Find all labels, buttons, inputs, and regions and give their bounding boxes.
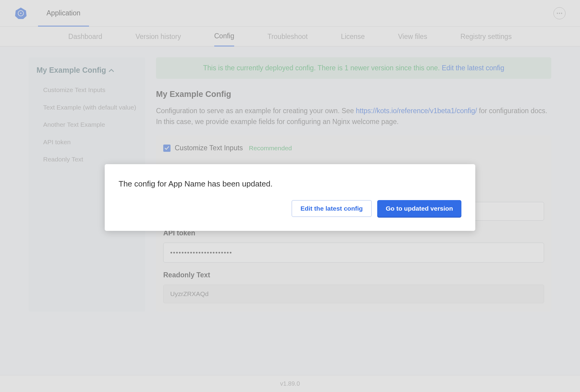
go-to-updated-version-button[interactable]: Go to updated version: [377, 200, 461, 217]
config-updated-modal: The config for App Name has been updated…: [105, 164, 475, 231]
modal-actions: Edit the latest config Go to updated ver…: [119, 200, 461, 217]
modal-overlay[interactable]: The config for App Name has been updated…: [0, 0, 580, 392]
modal-message: The config for App Name has been updated…: [119, 179, 461, 189]
edit-latest-config-button[interactable]: Edit the latest config: [292, 200, 372, 217]
